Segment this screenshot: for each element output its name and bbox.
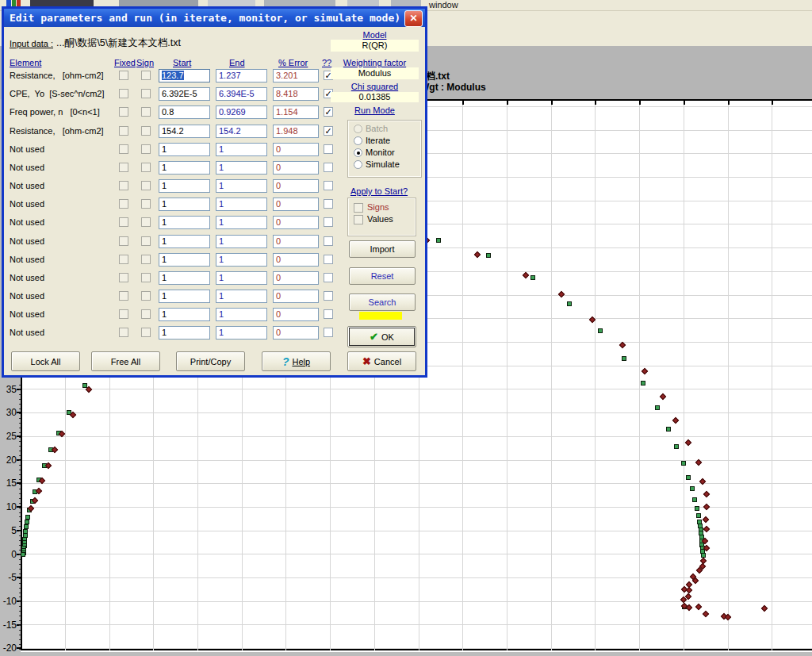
close-icon[interactable]: ✕ <box>404 10 423 27</box>
start-value-field[interactable]: 1 <box>159 253 210 267</box>
end-value-field[interactable]: 1 <box>216 290 267 303</box>
fixed-checkbox[interactable] <box>119 255 128 264</box>
sign-checkbox[interactable] <box>141 144 151 154</box>
sign-checkbox[interactable] <box>141 217 151 227</box>
col-header-start[interactable]: Start <box>173 58 191 67</box>
enable-checkbox[interactable] <box>324 236 333 246</box>
lock-all-button[interactable]: Lock All <box>11 351 80 371</box>
error-value-field[interactable]: 1.154 <box>273 105 319 119</box>
fixed-checkbox[interactable] <box>119 163 128 172</box>
col-header-sign[interactable]: Sign <box>136 58 154 67</box>
error-value-field[interactable]: 0 <box>273 253 319 267</box>
fixed-checkbox[interactable] <box>119 236 128 246</box>
end-value-field[interactable]: 1 <box>216 198 267 211</box>
start-value-field[interactable]: 1 <box>159 179 210 193</box>
end-value-field[interactable]: 154.2 <box>216 125 267 138</box>
fixed-checkbox[interactable] <box>119 217 128 227</box>
error-value-field[interactable]: 0 <box>273 290 319 303</box>
error-value-field[interactable]: 0 <box>273 216 319 229</box>
start-value-field[interactable]: 1 <box>159 326 210 340</box>
fixed-checkbox[interactable] <box>119 89 128 98</box>
end-value-field[interactable]: 1.237 <box>216 69 267 82</box>
fixed-checkbox[interactable] <box>119 144 128 154</box>
error-value-field[interactable]: 0 <box>273 235 319 248</box>
enable-checkbox[interactable] <box>324 255 333 264</box>
end-value-field[interactable]: 1 <box>216 179 267 193</box>
fixed-checkbox[interactable] <box>119 107 128 117</box>
end-value-field[interactable]: 1 <box>216 235 267 248</box>
start-value-field[interactable]: 1 <box>159 290 210 303</box>
run-mode-radio-monitor[interactable] <box>354 148 362 157</box>
run-mode-radio-batch[interactable] <box>354 125 362 133</box>
enable-checkbox[interactable] <box>324 217 333 227</box>
error-value-field[interactable]: 8.418 <box>273 87 319 101</box>
error-value-field[interactable]: 0 <box>273 143 319 156</box>
error-value-field[interactable]: 0 <box>273 179 319 193</box>
apply-to-start-label[interactable]: Apply to Start? <box>339 186 419 196</box>
sign-checkbox[interactable] <box>141 89 151 98</box>
enable-checkbox[interactable] <box>324 163 333 172</box>
end-value-field[interactable]: 1 <box>216 253 267 267</box>
sign-checkbox[interactable] <box>141 255 151 264</box>
print-copy-button[interactable]: Print/Copy <box>176 351 245 371</box>
start-value-field[interactable]: 154.2 <box>159 125 210 138</box>
sign-checkbox[interactable] <box>141 71 151 80</box>
col-header-end[interactable]: End <box>229 58 245 67</box>
dialog-titlebar[interactable]: Edit parameters and run (in iterate, mon… <box>4 9 425 27</box>
col-header-element[interactable]: Element <box>10 58 41 67</box>
run-mode-label[interactable]: Run Mode <box>331 105 419 115</box>
start-value-field[interactable]: 1 <box>159 308 210 321</box>
fixed-checkbox[interactable] <box>119 199 128 209</box>
end-value-field[interactable]: 1 <box>216 326 267 340</box>
start-value-field[interactable]: 1 <box>159 235 210 248</box>
error-value-field[interactable]: 0 <box>273 198 319 211</box>
end-value-field[interactable]: 6.394E-5 <box>216 87 267 101</box>
run-mode-radio-iterate[interactable] <box>354 136 362 145</box>
menu-item-window[interactable]: window <box>429 0 458 10</box>
end-value-field[interactable]: 1 <box>216 216 267 229</box>
enable-checkbox[interactable] <box>324 309 333 319</box>
fixed-checkbox[interactable] <box>119 181 128 190</box>
fixed-checkbox[interactable] <box>119 273 128 282</box>
end-value-field[interactable]: 1 <box>216 308 267 321</box>
col-header-fixed[interactable]: Fixed <box>114 58 136 67</box>
error-value-field[interactable]: 0 <box>273 308 319 321</box>
sign-checkbox[interactable] <box>141 107 151 117</box>
col-header-weighting[interactable]: Weighting factor <box>331 58 419 67</box>
enable-checkbox[interactable] <box>324 199 333 209</box>
error-value-field[interactable]: 0 <box>273 271 319 285</box>
chi-squared-label[interactable]: Chi squared <box>331 82 419 91</box>
enable-checkbox[interactable] <box>324 328 333 337</box>
model-label[interactable]: Model <box>331 30 419 40</box>
col-header-error[interactable]: % Error <box>278 58 308 67</box>
fixed-checkbox[interactable] <box>119 309 128 319</box>
start-value-field[interactable]: 1 <box>159 198 210 211</box>
start-value-field[interactable]: 0.8 <box>159 105 210 119</box>
enable-checkbox[interactable] <box>324 181 333 190</box>
start-value-field[interactable]: 1 <box>159 161 210 175</box>
apply-checkbox-signs[interactable] <box>354 203 363 213</box>
ok-button[interactable]: ✔ OK <box>347 326 416 347</box>
import-button[interactable]: Import <box>349 240 416 258</box>
sign-checkbox[interactable] <box>141 328 151 337</box>
end-value-field[interactable]: 1 <box>216 161 267 175</box>
enable-checkbox[interactable] <box>324 273 333 282</box>
free-all-button[interactable]: Free All <box>91 351 160 371</box>
sign-checkbox[interactable] <box>141 291 151 301</box>
start-value-field[interactable]: 1 <box>159 271 210 285</box>
cancel-button[interactable]: ✖ Cancel <box>347 351 416 371</box>
fixed-checkbox[interactable] <box>119 126 128 136</box>
start-value-field[interactable]: 1 <box>159 143 210 156</box>
enable-checkbox[interactable]: ✓ <box>324 126 333 136</box>
error-value-field[interactable]: 0 <box>273 161 319 175</box>
error-value-field[interactable]: 1.948 <box>273 125 319 138</box>
sign-checkbox[interactable] <box>141 236 151 246</box>
end-value-field[interactable]: 1 <box>216 143 267 156</box>
error-value-field[interactable]: 3.201 <box>273 69 319 82</box>
end-value-field[interactable]: 1 <box>216 271 267 285</box>
fixed-checkbox[interactable] <box>119 71 128 80</box>
run-mode-radio-simulate[interactable] <box>354 160 362 169</box>
fixed-checkbox[interactable] <box>119 291 128 301</box>
start-value-field[interactable]: 1 <box>159 216 210 229</box>
enable-checkbox[interactable] <box>324 144 333 154</box>
